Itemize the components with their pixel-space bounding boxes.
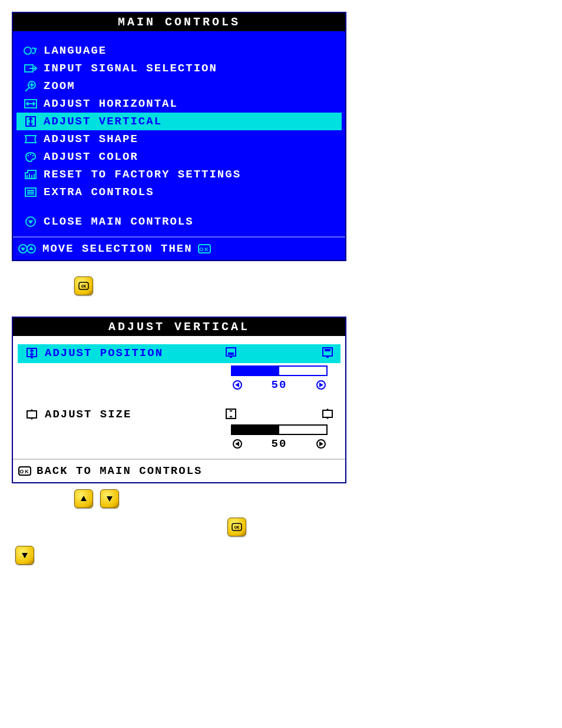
menu-item-adjust-vertical[interactable]: ADJUST VERTICAL: [16, 113, 342, 130]
menu-item-input-signal[interactable]: INPUT SIGNAL SELECTION: [16, 60, 342, 77]
left-arrow-icon[interactable]: [232, 439, 243, 449]
svg-text:OK: OK: [19, 469, 30, 475]
menu-item-zoom[interactable]: ZOOM: [16, 77, 342, 95]
svg-point-10: [30, 154, 31, 155]
size-value: 50: [272, 437, 287, 450]
menu-label: ADJUST SHAPE: [41, 133, 338, 146]
svg-rect-38: [27, 411, 37, 418]
sub-body: ADJUST POSITION: [13, 336, 345, 459]
svg-point-9: [28, 155, 29, 156]
sub-item-position-value-row: 50: [18, 363, 340, 394]
down-button[interactable]: [100, 489, 119, 508]
svg-rect-30: [228, 353, 234, 355]
svg-marker-54: [107, 496, 113, 502]
svg-rect-44: [323, 410, 332, 417]
hw-buttons-row-1: OK: [71, 273, 562, 299]
svg-marker-50: [319, 442, 323, 446]
sub-footer[interactable]: OK BACK TO MAIN CONTROLS: [13, 459, 345, 482]
ok-icon: OK: [16, 466, 33, 476]
svg-point-0: [24, 47, 31, 54]
menu-label: EXTRA CONTROLS: [41, 186, 338, 199]
position-slider[interactable]: [231, 365, 328, 376]
menu-label: INPUT SIGNAL SELECTION: [41, 62, 338, 75]
svg-marker-42: [229, 410, 233, 412]
svg-marker-46: [326, 417, 329, 419]
main-menu-list: ? LANGUAGE INPUT SIGNAL SELECTION ZOOM A…: [13, 31, 345, 236]
ok-button[interactable]: OK: [74, 276, 93, 295]
svg-rect-27: [31, 357, 33, 358]
hw-buttons-row-2: [71, 486, 562, 512]
main-controls-panel: MAIN CONTROLS ? LANGUAGE INPUT SIGNAL SE…: [12, 12, 346, 261]
svg-marker-40: [30, 418, 34, 420]
svg-marker-21: [29, 246, 34, 250]
close-icon: [20, 216, 41, 228]
sub-item-label: ADJUST POSITION: [42, 347, 163, 360]
svg-text:?: ?: [34, 47, 38, 54]
hw-buttons-row-4: [12, 542, 562, 568]
language-icon: ?: [20, 45, 41, 57]
input-icon: [20, 62, 41, 74]
up-button[interactable]: [74, 489, 93, 508]
position-value: 50: [272, 378, 287, 391]
svg-marker-45: [326, 409, 329, 410]
adj-position-icon: [21, 347, 42, 360]
svg-rect-32: [326, 356, 329, 358]
back-label: BACK TO MAIN CONTROLS: [33, 465, 202, 477]
zoom-icon: [20, 80, 41, 92]
size-grow-icon: [320, 408, 335, 420]
pos-up-icon: [320, 347, 335, 358]
adj-horiz-icon: [20, 98, 41, 110]
menu-item-adjust-horizontal[interactable]: ADJUST HORIZONTAL: [16, 95, 342, 113]
svg-line-6: [25, 88, 29, 91]
svg-marker-57: [22, 553, 28, 558]
svg-marker-35: [235, 383, 239, 387]
right-arrow-icon[interactable]: [316, 439, 326, 449]
down-button[interactable]: [15, 546, 34, 565]
sub-item-adjust-position[interactable]: ADJUST POSITION: [18, 344, 340, 363]
main-title: MAIN CONTROLS: [13, 13, 345, 31]
svg-text:OK: OK: [234, 525, 240, 530]
adj-color-icon: [20, 151, 41, 163]
menu-item-reset-factory[interactable]: RESET TO FACTORY SETTINGS: [16, 166, 342, 183]
svg-marker-39: [30, 409, 34, 411]
svg-text:OK: OK: [199, 246, 210, 252]
menu-label: LANGUAGE: [41, 44, 338, 57]
size-slider[interactable]: [231, 424, 328, 435]
menu-item-close[interactable]: CLOSE MAIN CONTROLS: [16, 213, 342, 230]
adjust-vertical-panel: ADJUST VERTICAL ADJUST POSITION: [12, 317, 346, 483]
extra-icon: [20, 186, 41, 198]
left-arrow-icon[interactable]: [232, 380, 243, 390]
menu-label: ADJUST VERTICAL: [41, 115, 338, 128]
menu-item-adjust-color[interactable]: ADJUST COLOR: [16, 148, 342, 166]
svg-marker-43: [229, 416, 233, 417]
menu-label: ADJUST HORIZONTAL: [41, 97, 338, 110]
menu-label: ADJUST COLOR: [41, 150, 338, 163]
menu-label: ZOOM: [41, 80, 338, 93]
reset-icon: [20, 169, 41, 180]
main-footer: MOVE SELECTION THEN OK: [13, 236, 345, 260]
right-arrow-icon[interactable]: [316, 380, 326, 390]
updown-icon: [16, 243, 38, 255]
adj-size-icon: [21, 408, 42, 421]
menu-label: CLOSE MAIN CONTROLS: [41, 215, 338, 228]
svg-rect-29: [230, 356, 232, 358]
menu-item-extra-controls[interactable]: EXTRA CONTROLS: [16, 183, 342, 201]
footer-hint-text: MOVE SELECTION THEN: [42, 242, 193, 255]
footer-hint: MOVE SELECTION THEN OK: [38, 242, 211, 255]
svg-marker-19: [21, 248, 25, 251]
adj-vert-icon: [20, 116, 41, 127]
svg-marker-53: [81, 496, 87, 501]
ok-button[interactable]: OK: [227, 518, 246, 536]
menu-label: RESET TO FACTORY SETTINGS: [41, 168, 338, 181]
svg-rect-33: [325, 349, 330, 351]
menu-item-adjust-shape[interactable]: ADJUST SHAPE: [16, 130, 342, 148]
svg-marker-48: [235, 442, 239, 446]
sub-item-adjust-size[interactable]: ADJUST SIZE 50: [18, 406, 340, 453]
svg-text:OK: OK: [81, 284, 87, 289]
hw-buttons-row-3: OK: [224, 514, 562, 540]
ok-icon: OK: [197, 243, 211, 254]
size-shrink-icon: [224, 408, 238, 420]
menu-item-language[interactable]: ? LANGUAGE: [16, 42, 342, 60]
pos-down-icon: [224, 347, 238, 358]
adj-shape-icon: [20, 133, 41, 145]
